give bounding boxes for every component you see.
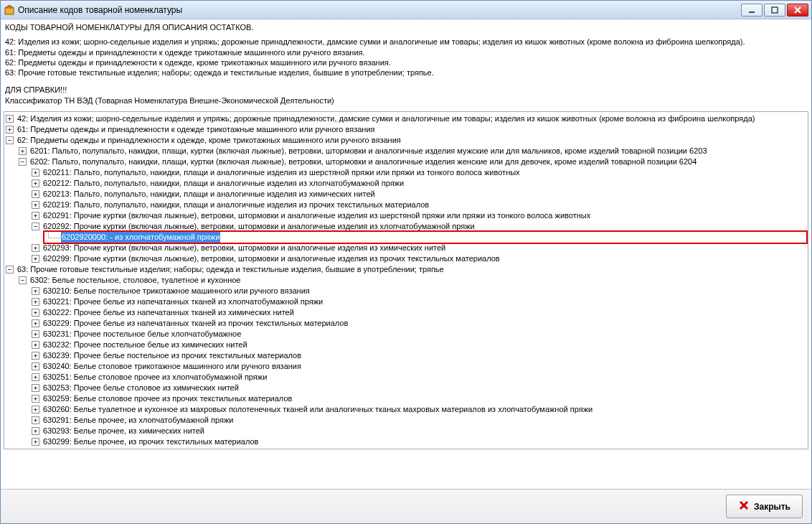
tree-node-630260[interactable]: 630260: Белье туалетное и кухонное из ма… xyxy=(42,404,593,415)
svg-rect-0 xyxy=(5,8,14,14)
expand-icon[interactable]: + xyxy=(32,190,39,198)
close-button[interactable]: Закрыть xyxy=(726,495,803,518)
tree-node-620292[interactable]: 620292: Прочие куртки (включая лыжные), … xyxy=(42,221,476,232)
app-icon xyxy=(4,4,15,16)
tree-node-630239[interactable]: 630239: Прочее белье постельное из прочи… xyxy=(42,350,302,361)
info-ref-text: Классификатор ТН ВЭД (Товарная Номенклат… xyxy=(5,95,807,106)
collapse-icon[interactable]: − xyxy=(32,223,39,230)
collapse-icon[interactable]: − xyxy=(6,136,14,144)
expand-icon[interactable]: + xyxy=(32,384,39,392)
expand-icon[interactable]: + xyxy=(32,255,39,263)
tree-node-630240[interactable]: 630240: Белье столовое трикотажное машин… xyxy=(42,361,302,372)
close-icon xyxy=(738,500,750,513)
tree-node-6202920000[interactable]: 6202920000: - из хлопчатобумажной пряжи xyxy=(61,232,220,243)
info-line-61: 61: Предметы одежды и принадлежности к о… xyxy=(5,47,807,57)
info-line-42: 42: Изделия из кожи; шорно-седельные изд… xyxy=(5,37,807,47)
tree-node-63[interactable]: 63: Прочие готовые текстильные изделия; … xyxy=(16,264,445,275)
expand-icon[interactable]: + xyxy=(32,438,39,446)
tree-container: +42: Изделия из кожи; шорно-седельные из… xyxy=(4,111,808,449)
tree-node-630299[interactable]: 630299: Белье прочее, из прочих текстиль… xyxy=(42,436,259,447)
collapse-icon[interactable]: − xyxy=(19,276,27,284)
info-heading: КОДЫ ТОВАРНОЙ НОМЕНКЛАТУРЫ ДЛЯ ОПИСАНИЯ … xyxy=(5,22,807,32)
window-controls xyxy=(741,4,808,17)
maximize-button[interactable] xyxy=(764,4,785,17)
tree-node-630231[interactable]: 630231: Прочее постельное белье хлопчато… xyxy=(42,329,242,340)
tree-node-620211[interactable]: 620211: Пальто, полупальто, накидки, пла… xyxy=(42,167,521,178)
tree-node-630229[interactable]: 630229: Прочее белье из напечатанных тка… xyxy=(42,318,349,329)
tree-node-630251[interactable]: 630251: Белье столовое прочее из хлопчат… xyxy=(42,372,268,383)
content-area: КОДЫ ТОВАРНОЙ НОМЕНКЛАТУРЫ ДЛЯ ОПИСАНИЯ … xyxy=(1,19,811,489)
collapse-icon[interactable]: − xyxy=(6,266,14,273)
minimize-button[interactable] xyxy=(741,4,763,17)
expand-icon[interactable]: + xyxy=(6,126,14,134)
close-button-label: Закрыть xyxy=(754,502,790,512)
tree-node-620219[interactable]: 620219: Пальто, полупальто, накидки, пла… xyxy=(42,200,430,210)
tree-node-630291[interactable]: 630291: Белье прочее, из хлопчатобумажно… xyxy=(42,415,234,426)
expand-icon[interactable]: + xyxy=(32,244,39,252)
tree-node-630253[interactable]: 630253: Прочее белье столовое из химичес… xyxy=(42,383,240,393)
expand-icon[interactable]: + xyxy=(32,201,39,209)
tree-node-620291[interactable]: 620291: Прочие куртки (включая лыжные), … xyxy=(42,210,591,221)
tree-node-6302[interactable]: 6302: Белье постельное, столовое, туалет… xyxy=(29,275,241,286)
window-title: Описание кодов товарной номенклатуры xyxy=(18,5,741,15)
collapse-icon[interactable]: − xyxy=(19,158,27,166)
expand-icon[interactable]: + xyxy=(32,341,39,349)
tree-node-62[interactable]: 62: Предметы одежды и принадлежности к о… xyxy=(16,135,402,146)
info-line-62: 62: Предметы одежды и принадлежности к о… xyxy=(5,57,807,67)
expand-icon[interactable]: + xyxy=(32,406,39,413)
svg-rect-2 xyxy=(772,7,778,13)
expand-icon[interactable]: + xyxy=(32,169,39,177)
expand-icon[interactable]: + xyxy=(32,416,39,424)
expand-icon[interactable]: + xyxy=(32,373,39,381)
tree-node-620212[interactable]: 620212: Пальто, полупальто, накидки, пла… xyxy=(42,178,405,189)
tree-node-6202[interactable]: 6202: Пальто, полупальто, накидки, плащи… xyxy=(29,156,697,167)
info-header: КОДЫ ТОВАРНОЙ НОМЕНКЛАТУРЫ ДЛЯ ОПИСАНИЯ … xyxy=(4,21,808,111)
footer: Закрыть xyxy=(1,489,811,523)
expand-icon[interactable]: + xyxy=(32,427,39,435)
expand-icon[interactable]: + xyxy=(32,362,39,370)
tree-node-630221[interactable]: 630221: Прочее белье из напечатанных тка… xyxy=(42,296,324,307)
tree-node-630293[interactable]: 630293: Белье прочее, из химических ните… xyxy=(42,426,205,436)
tree-node-42[interactable]: 42: Изделия из кожи; шорно-седельные изд… xyxy=(16,113,755,124)
tree-node-630259[interactable]: 630259: Белье столовое прочее из прочих … xyxy=(42,393,293,404)
expand-icon[interactable]: + xyxy=(32,287,39,295)
expand-icon[interactable]: + xyxy=(32,309,39,317)
tree-node-620293[interactable]: 620293: Прочие куртки (включая лыжные), … xyxy=(42,243,446,253)
expand-icon[interactable]: + xyxy=(6,115,14,123)
expand-icon[interactable]: + xyxy=(32,330,39,338)
expand-icon[interactable]: + xyxy=(32,298,39,306)
tree-node-6201[interactable]: 6201: Пальто, полупальто, накидки, плащи… xyxy=(29,146,708,156)
tree-node-61[interactable]: 61: Предметы одежды и принадлежности к о… xyxy=(16,124,376,135)
expand-icon[interactable]: + xyxy=(19,147,27,155)
expand-icon[interactable]: + xyxy=(32,319,39,327)
close-window-button[interactable] xyxy=(787,4,808,17)
tree-node-630232[interactable]: 630232: Прочее постельное белье из химич… xyxy=(42,340,248,350)
expand-icon[interactable]: + xyxy=(32,212,39,220)
code-tree[interactable]: +42: Изделия из кожи; шорно-седельные из… xyxy=(6,113,806,447)
info-ref-title: ДЛЯ СПРАВКИ!!! xyxy=(5,85,807,95)
tree-node-620299[interactable]: 620299: Прочие куртки (включая лыжные), … xyxy=(42,253,501,264)
expand-icon[interactable]: + xyxy=(32,179,39,187)
tree-node-620213[interactable]: 620213: Пальто, полупальто, накидки, пла… xyxy=(42,189,376,200)
tree-node-630210[interactable]: 630210: Белье постельное трикотажное маш… xyxy=(42,286,311,296)
info-line-63: 63: Прочие готовые текстильные изделия; … xyxy=(5,67,807,78)
expand-icon[interactable]: + xyxy=(32,395,39,403)
tree-branch-line xyxy=(48,230,61,238)
expand-icon[interactable]: + xyxy=(32,352,39,360)
titlebar: Описание кодов товарной номенклатуры xyxy=(1,1,811,19)
tree-node-630222[interactable]: 630222: Прочее белье из напечатанных тка… xyxy=(42,307,295,318)
